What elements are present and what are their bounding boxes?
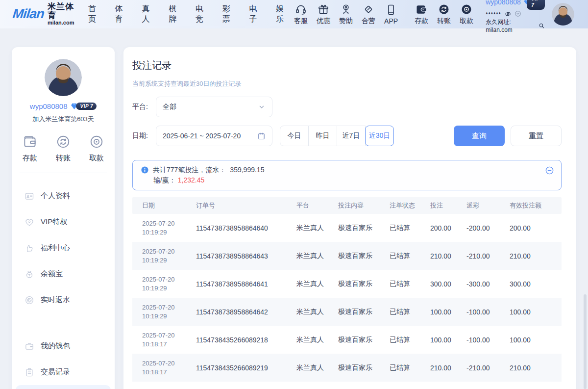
- cell-payout: -210.00: [466, 364, 510, 372]
- service-label: 客服: [294, 17, 308, 26]
- header-right-group: 客服 优惠 赞助 合营 APP 存款 转账: [290, 0, 588, 34]
- site-url-text: 永久网址: milan.com: [486, 18, 537, 34]
- cell-content: 极速百家乐: [338, 280, 390, 288]
- nav-item-lottery[interactable]: 彩票: [222, 4, 236, 25]
- sidebar-item-bet-records[interactable]: 投注记录: [16, 385, 111, 389]
- headset-icon: [295, 3, 307, 15]
- withdraw-link[interactable]: 取款: [460, 3, 473, 26]
- col-header-content: 投注内容: [338, 201, 390, 210]
- sidebar-item-vip[interactable]: VIP特权: [12, 209, 115, 235]
- date-text: 2025-07-20: [142, 332, 175, 339]
- deposit-link[interactable]: 存款: [415, 3, 428, 26]
- sponsor-link[interactable]: 赞助: [339, 3, 353, 26]
- platform-select-value: 全部: [163, 103, 176, 111]
- clipboard-icon: [24, 367, 34, 377]
- brand-logo[interactable]: Milan 米兰体育 milan.com: [13, 2, 77, 26]
- sidebar-item-profile[interactable]: 个人资料: [12, 183, 115, 209]
- logo-domain: milan.com: [48, 20, 77, 26]
- top-header: Milan 米兰体育 milan.com 首页 体育 真人 棋牌 电竞 彩票 电…: [0, 0, 588, 28]
- user-name-row: wyp080808 VIP 7: [486, 0, 545, 10]
- search-icon[interactable]: [539, 23, 545, 29]
- summary-loss-line: 输/赢： 1,232.45: [153, 175, 545, 185]
- cell-status: 已结算: [390, 280, 430, 288]
- range-7d-button[interactable]: 近7日: [337, 126, 366, 146]
- nav-item-sports[interactable]: 体育: [115, 4, 129, 25]
- transfer-link[interactable]: 转账: [437, 3, 451, 26]
- chevron-circle-icon[interactable]: [514, 10, 521, 17]
- cell-date: 2025-07-2010:19:29: [142, 247, 196, 265]
- range-30d-button[interactable]: 近30日: [365, 126, 394, 146]
- wallet-actions-group: 存款 转账 取款: [410, 3, 478, 26]
- platform-filter-row: 平台: 全部: [132, 97, 562, 117]
- cell-payout: -100.00: [466, 336, 510, 344]
- cell-payout: -200.00: [466, 224, 510, 232]
- cell-valid: 200.00: [510, 224, 562, 232]
- cell-valid: 100.00: [510, 336, 562, 344]
- sidebar: wyp080808 VIP 7 加入米兰体育第603天 存款 转账 取款: [12, 47, 115, 389]
- platform-select[interactable]: 全部: [156, 97, 272, 117]
- cell-content: 极速百家乐: [338, 224, 390, 233]
- search-button[interactable]: 查询: [454, 126, 505, 146]
- cell-valid: 210.00: [510, 364, 562, 372]
- transfer-label: 转账: [437, 17, 451, 26]
- cell-valid: 100.00: [510, 308, 562, 316]
- date-range-input[interactable]: 2025-06-21 ~ 2025-07-20: [156, 126, 272, 146]
- chevron-down-icon: [258, 103, 266, 111]
- cell-order: 1154738435266089218: [196, 336, 296, 344]
- nav-item-entertainment[interactable]: 娱乐: [276, 4, 290, 25]
- money-bag-icon: [24, 269, 34, 279]
- cell-status: 已结算: [390, 308, 430, 316]
- sidebar-transfer-action[interactable]: 转账: [56, 134, 71, 163]
- scrollbar[interactable]: [584, 294, 587, 389]
- cell-bet: 210.00: [430, 364, 466, 372]
- time-text: 10:18:17: [142, 368, 167, 376]
- nav-item-slots[interactable]: 电子: [249, 4, 263, 25]
- withdraw-filled-icon: [461, 3, 472, 15]
- cell-payout: -300.00: [466, 280, 510, 288]
- sidebar-avatar[interactable]: [45, 59, 82, 96]
- partner-link[interactable]: 合营: [362, 3, 375, 26]
- cell-date: 2025-07-2010:19:29: [142, 275, 196, 293]
- sidebar-item-transactions[interactable]: 交易记录: [12, 359, 115, 385]
- nav-item-home[interactable]: 首页: [88, 4, 102, 25]
- sidebar-deposit-label: 存款: [23, 154, 37, 163]
- sidebar-item-rebate[interactable]: 实时返水: [12, 287, 115, 313]
- range-yesterday-button[interactable]: 昨日: [308, 126, 337, 146]
- date-range-value: 2025-06-21 ~ 2025-07-20: [163, 132, 241, 140]
- app-link[interactable]: APP: [384, 4, 398, 25]
- range-today-button[interactable]: 今日: [280, 126, 309, 146]
- cell-platform: 米兰真人: [296, 308, 338, 316]
- sidebar-menu-group2: 我的钱包 交易记录 投注记录: [12, 333, 115, 389]
- sidebar-deposit-action[interactable]: 存款: [23, 134, 37, 163]
- sponsor-label: 赞助: [339, 17, 353, 26]
- nav-item-live[interactable]: 真人: [142, 4, 156, 25]
- menu-label: VIP特权: [41, 217, 67, 227]
- username[interactable]: wyp080808: [486, 0, 521, 7]
- cell-bet: 100.00: [430, 308, 466, 316]
- reset-button[interactable]: 重置: [511, 126, 562, 146]
- service-link[interactable]: 客服: [294, 3, 308, 26]
- sidebar-item-yuebao[interactable]: 余额宝: [12, 261, 115, 287]
- vip-badge: VIP 7: [523, 0, 545, 10]
- sidebar-item-welfare[interactable]: 福利中心: [12, 235, 115, 261]
- site-url-row: 永久网址: milan.com: [486, 18, 545, 34]
- table-row: 2025-07-2010:19:29 1154738738958864641 米…: [132, 270, 562, 298]
- date-range-presets: 今日 昨日 近7日 近30日: [280, 126, 394, 146]
- collapse-icon[interactable]: [545, 166, 554, 175]
- sidebar-item-wallet[interactable]: 我的钱包: [12, 333, 115, 359]
- date-text: 2025-07-20: [142, 304, 175, 311]
- platform-label: 平台:: [132, 103, 156, 111]
- cell-status: 已结算: [390, 224, 430, 233]
- deposit-label: 存款: [415, 17, 428, 26]
- transfer-icon: [56, 134, 71, 149]
- summary-loss-value: 1,232.45: [178, 176, 205, 184]
- col-header-bet: 投注: [430, 201, 466, 210]
- sidebar-withdraw-action[interactable]: 取款: [89, 134, 104, 163]
- avatar[interactable]: [552, 3, 574, 26]
- eye-off-icon[interactable]: [504, 10, 512, 18]
- id-card-icon: [24, 191, 34, 201]
- promo-link[interactable]: 优惠: [317, 3, 330, 26]
- page-title: 投注记录: [132, 59, 562, 72]
- nav-item-cards[interactable]: 棋牌: [169, 4, 182, 25]
- nav-item-esports[interactable]: 电竞: [196, 4, 209, 25]
